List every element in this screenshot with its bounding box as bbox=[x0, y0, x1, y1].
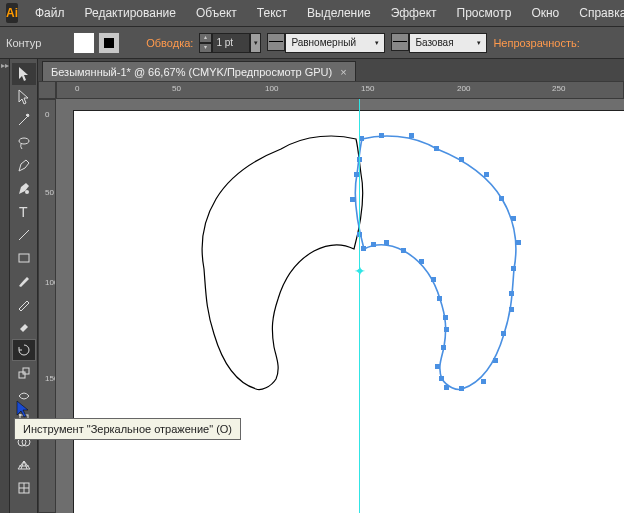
ruler-vertical[interactable]: 0 50 100 150 bbox=[38, 99, 56, 513]
scale-tool[interactable] bbox=[12, 362, 36, 384]
svg-rect-37 bbox=[437, 296, 442, 301]
menu-edit[interactable]: Редактирование bbox=[76, 3, 185, 23]
stroke-weight-dropdown[interactable]: ▾ bbox=[250, 33, 261, 53]
svg-rect-28 bbox=[493, 358, 498, 363]
stroke-weight-stepper[interactable]: ▴▾ bbox=[199, 33, 212, 53]
stroke-weight-input[interactable] bbox=[212, 33, 250, 53]
ruler-tick: 0 bbox=[75, 84, 79, 93]
svg-rect-39 bbox=[419, 259, 424, 264]
svg-rect-40 bbox=[401, 248, 406, 253]
panel-indicator-col: ▸▸ bbox=[0, 59, 10, 513]
type-tool[interactable]: T bbox=[12, 201, 36, 223]
svg-text:T: T bbox=[19, 204, 28, 220]
chevron-down-icon: ▾ bbox=[477, 39, 481, 47]
svg-rect-33 bbox=[435, 364, 440, 369]
menu-select[interactable]: Выделение bbox=[298, 3, 380, 23]
rotate-tool-group[interactable] bbox=[12, 339, 36, 361]
ruler-tick: 100 bbox=[265, 84, 278, 93]
svg-point-1 bbox=[25, 190, 29, 194]
document-tab[interactable]: Безымянный-1* @ 66,67% (CMYK/Предпросмот… bbox=[42, 61, 356, 81]
rectangle-tool[interactable] bbox=[12, 247, 36, 269]
paintbrush-tool[interactable] bbox=[12, 270, 36, 292]
variable-width-value: Равномерный bbox=[291, 37, 356, 48]
pen-tool[interactable] bbox=[12, 155, 36, 177]
svg-rect-19 bbox=[459, 157, 464, 162]
menu-help[interactable]: Справка bbox=[570, 3, 624, 23]
lasso-tool[interactable] bbox=[12, 132, 36, 154]
profile-preview-icon bbox=[267, 33, 285, 51]
svg-rect-34 bbox=[441, 345, 446, 350]
ruler-row-top: 0 50 100 150 200 250 bbox=[38, 81, 624, 99]
svg-rect-31 bbox=[444, 385, 449, 390]
artwork bbox=[56, 99, 624, 513]
svg-rect-22 bbox=[511, 216, 516, 221]
tool-tooltip: Инструмент "Зеркальное отражение" (O) bbox=[14, 418, 241, 440]
svg-rect-43 bbox=[361, 246, 366, 251]
svg-rect-30 bbox=[459, 386, 464, 391]
path-original[interactable] bbox=[202, 136, 363, 390]
svg-rect-42 bbox=[371, 242, 376, 247]
svg-rect-45 bbox=[350, 197, 355, 202]
reflect-center-icon: ✦ bbox=[354, 263, 366, 279]
menu-file[interactable]: Файл bbox=[26, 3, 74, 23]
workspace: ▸▸ T Безымянный-1* @ 66,67% (CMYK/Предпр… bbox=[0, 59, 624, 513]
ruler-tick: 150 bbox=[361, 84, 374, 93]
close-icon[interactable]: × bbox=[340, 66, 346, 78]
brush-preview-icon bbox=[391, 33, 409, 51]
chevron-down-icon: ▾ bbox=[375, 39, 379, 47]
selection-tool[interactable] bbox=[12, 63, 36, 85]
ruler-horizontal[interactable]: 0 50 100 150 200 250 bbox=[56, 81, 624, 99]
brush-select[interactable]: Базовая ▾ bbox=[409, 33, 487, 53]
direct-selection-tool[interactable] bbox=[12, 86, 36, 108]
menu-object[interactable]: Объект bbox=[187, 3, 246, 23]
svg-rect-41 bbox=[384, 240, 389, 245]
ruler-tick: 0 bbox=[45, 110, 49, 119]
document-area: Безымянный-1* @ 66,67% (CMYK/Предпросмот… bbox=[38, 59, 624, 513]
svg-rect-26 bbox=[509, 307, 514, 312]
vertical-guide[interactable] bbox=[359, 99, 360, 513]
reflect-cursor-icon bbox=[13, 399, 33, 419]
fill-swatch[interactable] bbox=[73, 32, 95, 54]
magic-wand-tool[interactable] bbox=[12, 109, 36, 131]
canvas[interactable]: ✦ bbox=[56, 99, 624, 513]
variable-width-select[interactable]: Равномерный ▾ bbox=[285, 33, 385, 53]
canvas-row: 0 50 100 150 ✦ bbox=[38, 99, 624, 513]
line-tool[interactable] bbox=[12, 224, 36, 246]
svg-rect-21 bbox=[499, 196, 504, 201]
fill-stroke-swatches bbox=[73, 32, 120, 54]
document-tab-bar: Безымянный-1* @ 66,67% (CMYK/Предпросмот… bbox=[38, 59, 624, 81]
eraser-tool[interactable] bbox=[12, 316, 36, 338]
ruler-tick: 200 bbox=[457, 84, 470, 93]
variable-width-group[interactable]: Равномерный ▾ bbox=[267, 33, 385, 53]
opacity-label: Непрозрачность: bbox=[493, 37, 579, 49]
anchor-points bbox=[350, 133, 521, 391]
mesh-tool[interactable] bbox=[12, 477, 36, 499]
menu-type[interactable]: Текст bbox=[248, 3, 296, 23]
svg-rect-16 bbox=[379, 133, 384, 138]
stroke-swatch[interactable] bbox=[98, 32, 120, 54]
svg-rect-38 bbox=[431, 277, 436, 282]
ruler-tick: 150 bbox=[45, 374, 56, 383]
perspective-grid-tool[interactable] bbox=[12, 454, 36, 476]
path-reflected-selected[interactable] bbox=[355, 136, 516, 390]
expand-panels-icon[interactable]: ▸▸ bbox=[0, 61, 9, 70]
pencil-tool[interactable] bbox=[12, 293, 36, 315]
document-tab-title: Безымянный-1* @ 66,67% (CMYK/Предпросмот… bbox=[51, 66, 332, 78]
ruler-tick: 250 bbox=[552, 84, 565, 93]
svg-rect-29 bbox=[481, 379, 486, 384]
svg-line-3 bbox=[19, 230, 29, 240]
ruler-origin[interactable] bbox=[38, 81, 56, 99]
svg-rect-27 bbox=[501, 331, 506, 336]
brush-value: Базовая bbox=[415, 37, 453, 48]
svg-rect-20 bbox=[484, 172, 489, 177]
stroke-weight-group: ▴▾ ▾ bbox=[199, 33, 261, 53]
svg-rect-32 bbox=[439, 376, 444, 381]
canvas-wrap: 0 50 100 150 200 250 0 50 100 150 bbox=[38, 81, 624, 513]
menu-window[interactable]: Окно bbox=[522, 3, 568, 23]
brush-group[interactable]: Базовая ▾ bbox=[391, 33, 487, 53]
curvature-tool[interactable] bbox=[12, 178, 36, 200]
menu-view[interactable]: Просмотр bbox=[448, 3, 521, 23]
stroke-label: Обводка: bbox=[146, 37, 193, 49]
selection-mode-label: Контур bbox=[6, 37, 41, 49]
menu-effect[interactable]: Эффект bbox=[382, 3, 446, 23]
